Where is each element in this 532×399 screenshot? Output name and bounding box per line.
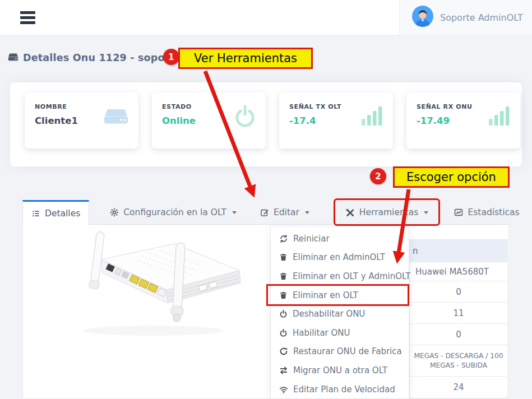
chevron-down-icon	[424, 211, 428, 214]
signal-bars-icon	[488, 105, 511, 128]
page-title: Detalles Onu 1129 - soporte	[23, 52, 181, 63]
table-row: 24	[410, 376, 507, 398]
chart-icon	[454, 208, 463, 217]
tab-detalles[interactable]: Detalles	[22, 200, 89, 225]
stat-card-senal-tx: SEÑAL TX OLT -17.4	[279, 92, 393, 149]
wifi-icon	[279, 385, 288, 394]
tab-label: Herramientas	[359, 207, 419, 217]
transfer-icon	[279, 366, 288, 375]
tab-bar: Detalles Configuración en la OLT Editar	[22, 200, 510, 225]
stat-card-senal-rx: SEÑAL RX ONU -17.49	[406, 92, 520, 149]
step-badge-2: 2	[370, 168, 386, 184]
menu-item-deshabilitar-onu[interactable]: Deshabilitar ONU	[271, 304, 409, 323]
menu-item-eliminar-olt[interactable]: Eliminar en OLT	[271, 286, 409, 305]
table-row: 0	[410, 281, 507, 302]
menu-item-label: Eliminar en OLT	[293, 290, 358, 300]
breadcrumb: Detalles Onu 1129 - soporte	[8, 49, 181, 66]
avatar	[412, 6, 433, 29]
menu-item-label: Migrar ONU a otra OLT	[293, 365, 387, 375]
list-icon	[31, 209, 40, 218]
menu-item-restaurar-fabrica[interactable]: Restaurar ONU de Fabrica	[271, 342, 409, 361]
menu-item-label: Editar Plan de Velocidad	[293, 384, 395, 395]
herramientas-dropdown-menu: Reiniciar Eliminar en AdminOLT Eliminar …	[270, 226, 409, 399]
menu-item-editar-plan[interactable]: Editar Plan de Velocidad	[271, 380, 409, 399]
tab-label: Editar	[274, 207, 299, 217]
menu-item-label: Habilitar ONU	[293, 328, 350, 338]
menu-item-label: Eliminar en OLT y AdminOLT	[293, 271, 410, 281]
trash-icon	[279, 253, 288, 262]
menu-item-eliminar-adminolt[interactable]: Eliminar en AdminOLT	[271, 248, 409, 267]
menu-item-habilitar-onu[interactable]: Habilitar ONU	[271, 323, 409, 342]
trash-icon	[279, 291, 288, 300]
power-icon	[279, 309, 288, 318]
menu-icon[interactable]	[20, 11, 37, 25]
tools-icon	[345, 208, 355, 217]
menu-item-eliminar-olt-adminolt[interactable]: Eliminar en OLT y AdminOLT	[271, 267, 409, 286]
stat-card-estado: ESTADO Online	[152, 92, 266, 149]
stat-card-nombre: NOMBRE Cliente1	[25, 92, 138, 149]
annotation-label-2: Escoger opción	[393, 166, 510, 188]
tab-label: Configuración en la OLT	[123, 207, 226, 217]
tab-estadisticas[interactable]: Estadísticas	[446, 200, 528, 225]
gear-icon	[110, 208, 119, 217]
stat-cards-container: NOMBRE Cliente1 ESTADO Online SEÑAL TX O…	[10, 82, 522, 166]
restore-icon	[279, 347, 288, 356]
tab-configuracion-olt[interactable]: Configuración en la OLT	[101, 200, 245, 225]
onu-product-image	[33, 227, 252, 359]
user-menu[interactable]: Soporte AdminOLT	[399, 0, 532, 35]
top-navbar: Soporte AdminOLT	[0, 0, 532, 35]
menu-item-label: Restaurar ONU de Fabrica	[293, 346, 402, 356]
pencil-square-icon	[260, 208, 269, 217]
menu-item-label: Eliminar en AdminOLT	[293, 252, 385, 262]
signal-bars-icon	[360, 105, 384, 128]
menu-item-label: Deshabilitar ONU	[293, 309, 365, 319]
step-badge-1: 1	[163, 49, 179, 65]
table-row: Huawei MA5680T	[410, 262, 507, 281]
user-name: Soporte AdminOLT	[440, 12, 523, 23]
table-row: 11	[410, 302, 507, 323]
trash-icon	[279, 272, 288, 281]
menu-item-reiniciar[interactable]: Reiniciar	[271, 229, 409, 248]
annotation-label-1: Ver Herramientas	[178, 48, 313, 69]
table-header: n	[410, 240, 507, 262]
menu-item-migrar-olt[interactable]: Migrar ONU a otra OLT	[271, 361, 409, 380]
tab-content-panel: n Huawei MA5680T 0 11 0 MEGAS - DESCARGA…	[22, 225, 509, 399]
power-icon	[279, 328, 288, 337]
onu-device-icon	[8, 52, 18, 64]
tab-label: Estadísticas	[468, 207, 519, 217]
tab-label: Detalles	[45, 208, 80, 219]
chevron-down-icon	[305, 211, 309, 214]
tab-editar[interactable]: Editar	[252, 200, 318, 225]
onu-info-table: n Huawei MA5680T 0 11 0 MEGAS - DESCARGA…	[409, 239, 508, 398]
router-icon	[103, 105, 129, 129]
refresh-icon	[279, 234, 288, 243]
chevron-down-icon	[232, 211, 237, 214]
table-row: MEGAS - DESCARGA / 100 MEGAS - SUBIDA	[410, 345, 507, 376]
menu-item-label: Reiniciar	[293, 234, 330, 244]
power-icon	[233, 105, 257, 132]
tab-herramientas[interactable]: Herramientas	[337, 200, 437, 225]
table-row: 0	[410, 323, 507, 345]
